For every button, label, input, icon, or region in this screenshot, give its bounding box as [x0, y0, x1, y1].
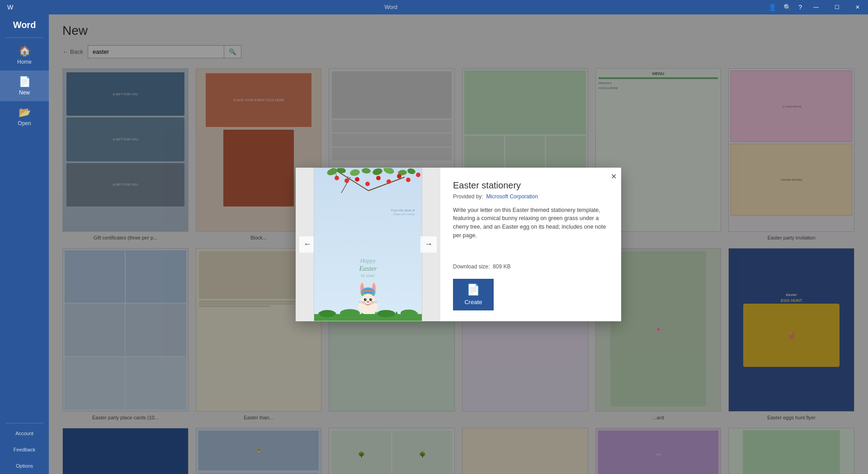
modal-dialog: ✕ ← [296, 168, 621, 321]
sidebar-divider [5, 38, 43, 38]
svg-point-10 [407, 168, 416, 175]
maximize-button[interactable]: ☐ [826, 0, 847, 14]
modal-description: Write your letter on this Easter themed … [453, 206, 609, 256]
svg-point-14 [365, 182, 370, 186]
bunny-area [314, 307, 422, 321]
sidebar-home-label: Home [17, 59, 32, 65]
modal-title: Easter stationery [453, 180, 609, 191]
sidebar-logo: Word [0, 14, 49, 36]
open-icon: 📂 [19, 107, 31, 118]
svg-point-6 [362, 168, 371, 174]
sidebar-item-open[interactable]: 📂 Open [0, 101, 49, 132]
user-icon: 👤 [765, 0, 780, 14]
svg-point-38 [371, 299, 372, 300]
sidebar: Word 🏠 Home 📄 New 📂 Open Account Feedbac… [0, 14, 49, 474]
feedback-label: Feedback [14, 447, 35, 452]
svg-point-19 [416, 173, 420, 177]
svg-point-15 [376, 176, 381, 180]
easter-text: Happy Easter to you! [327, 257, 409, 278]
desk-text: From the desk of [Type your name] [391, 209, 415, 216]
create-label: Create [464, 299, 482, 305]
titlebar-icons: W [4, 4, 17, 11]
svg-point-18 [406, 178, 410, 182]
create-button[interactable]: 📄 Create [453, 279, 494, 310]
sidebar-item-options[interactable]: Options [0, 458, 49, 474]
create-doc-icon: 📄 [467, 283, 480, 296]
svg-point-45 [370, 301, 374, 305]
search-titlebar-icon: 🔍 [780, 0, 795, 14]
sidebar-new-label: New [19, 89, 30, 96]
bunny-character [352, 280, 384, 314]
titlebar: W Word 👤 🔍 ? — ☐ ✕ [0, 0, 868, 14]
home-icon: 🏠 [19, 45, 31, 57]
modal-overlay: ✕ ← [49, 14, 868, 474]
modal-close-button[interactable]: ✕ [611, 172, 617, 181]
svg-point-8 [382, 168, 395, 175]
modal-provider: Provided by: Microsoft Corporation [453, 193, 609, 200]
modal-download-size: Download size: 809 KB [453, 263, 609, 270]
svg-point-23 [319, 310, 335, 317]
new-doc-icon: 📄 [19, 76, 31, 88]
sidebar-item-home[interactable]: 🏠 Home [0, 40, 49, 70]
modal-info: Easter stationery Provided by: Microsoft… [440, 168, 621, 321]
sidebar-item-account[interactable]: Account [0, 425, 49, 441]
svg-point-39 [367, 301, 369, 303]
svg-point-26 [401, 310, 417, 317]
svg-point-37 [365, 299, 366, 300]
svg-point-5 [349, 169, 360, 177]
modal-download-value: 809 KB [493, 263, 510, 270]
svg-point-17 [397, 174, 401, 178]
modal-prev-button[interactable]: ← [299, 236, 316, 253]
sidebar-item-feedback[interactable]: Feedback [0, 441, 49, 458]
help-icon: ? [795, 0, 806, 14]
account-label: Account [15, 431, 33, 436]
modal-provider-label: Provided by: [453, 193, 483, 200]
svg-point-36 [369, 298, 372, 301]
sidebar-bottom: Account Feedback Options [0, 421, 49, 474]
close-button[interactable]: ✕ [847, 0, 868, 14]
svg-point-16 [387, 179, 391, 184]
modal-next-button[interactable]: → [420, 236, 437, 253]
modal-provider-link[interactable]: Microsoft Corporation [486, 193, 538, 200]
sidebar-open-label: Open [18, 120, 31, 127]
svg-point-7 [372, 168, 383, 176]
sidebar-item-new[interactable]: 📄 New [0, 70, 49, 101]
modal-image-area: ← [296, 168, 440, 321]
easter-preview: From the desk of [Type your name] [314, 168, 422, 321]
svg-point-35 [364, 298, 367, 301]
titlebar-controls: 👤 🔍 ? — ☐ ✕ [765, 0, 868, 14]
sidebar-bottom-divider [5, 423, 43, 423]
titlebar-title: Word [17, 4, 765, 10]
svg-line-1 [368, 177, 405, 191]
top-decoration-svg [314, 168, 422, 206]
modal-download-label: Download size: [453, 263, 490, 270]
svg-point-13 [355, 177, 359, 182]
word-icon: W [4, 4, 17, 11]
bunny-svg [352, 280, 384, 314]
svg-point-4 [336, 168, 346, 174]
svg-point-3 [326, 168, 338, 177]
minimize-button[interactable]: — [806, 0, 826, 14]
options-label: Options [16, 463, 33, 469]
svg-point-44 [362, 301, 366, 305]
